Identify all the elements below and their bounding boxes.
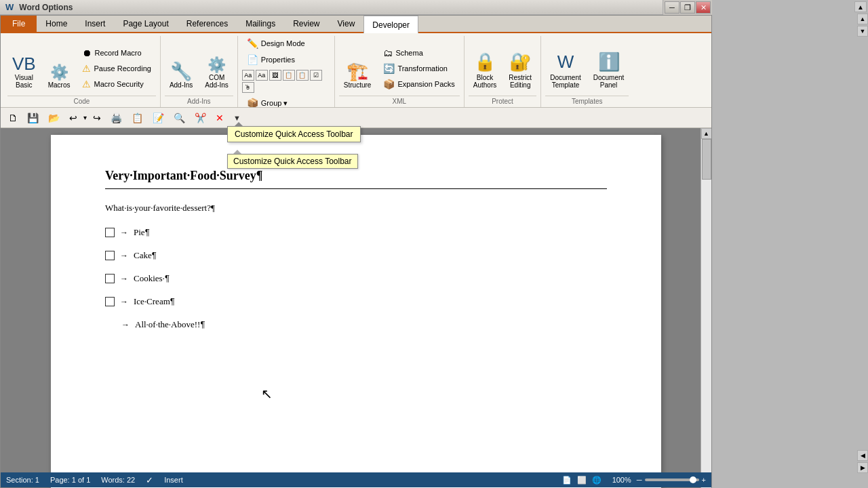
document-panel-icon: ℹ️ [598, 52, 620, 73]
qa-cut-button[interactable]: ✂️ [191, 110, 210, 125]
qa-research-button[interactable]: 📝 [149, 110, 167, 125]
dialog-title: Word Options [19, 3, 73, 12]
tooltip-box: Customize Quick Access Toolbar [227, 154, 358, 169]
macro-security-button[interactable]: ⚠ Macro Security [77, 77, 155, 92]
zoom-minus[interactable]: ─ [637, 476, 642, 484]
tab-page-layout[interactable]: Page Layout [114, 16, 177, 32]
templates-group-label: Templates [545, 96, 629, 107]
tab-review[interactable]: Review [284, 16, 328, 32]
list-item: → Cake¶ [105, 250, 607, 261]
outer-hscroll-left[interactable]: ◀ [857, 450, 868, 461]
tab-references[interactable]: References [178, 16, 237, 32]
tab-view[interactable]: View [329, 16, 364, 32]
control-btn-6[interactable]: ☑ [310, 70, 322, 81]
structure-icon: 🏗️ [347, 62, 368, 80]
document-page[interactable]: Very·Important·Food·Survey¶ What·is·your… [51, 135, 661, 488]
control-btn-2[interactable]: Aa [256, 70, 268, 81]
tab-mailings[interactable]: Mailings [237, 16, 284, 32]
scroll-thumb[interactable] [702, 139, 711, 180]
document-template-button[interactable]: W DocumentTemplate [545, 49, 586, 92]
properties-button[interactable]: 📄 Properties [242, 52, 330, 67]
control-btn-4[interactable]: 📋 [283, 70, 295, 81]
view-web-layout[interactable]: 🌐 [592, 476, 601, 485]
view-print-layout[interactable]: 📄 [562, 476, 572, 485]
qa-bookmark-button[interactable]: 🔍 [170, 110, 189, 125]
design-mode-icon: ✏️ [247, 38, 258, 49]
main-window-controls: ─ ❐ ✕ [663, 0, 712, 15]
macros-icon: ⚙️ [50, 65, 68, 80]
zoom-slider[interactable] [645, 479, 699, 481]
macros-button[interactable]: ⚙️ Macros [43, 62, 75, 92]
schema-button[interactable]: 🗂 Schema [378, 45, 459, 60]
com-addins-icon: ⚙️ [208, 58, 226, 73]
status-section: Section: 1 [6, 476, 39, 484]
checkbox-cookies[interactable] [105, 274, 115, 283]
tab-developer[interactable]: Developer [363, 16, 418, 33]
qa-redo-button[interactable]: ↪ [90, 110, 104, 125]
qa-open-button[interactable]: 📂 [45, 110, 63, 125]
expansion-packs-icon: 📦 [383, 79, 395, 89]
restrict-editing-button[interactable]: 🔐 RestrictEditing [504, 49, 536, 92]
pause-recording-icon: ⚠ [82, 63, 91, 74]
qa-undo-dropdown[interactable]: ▾ [83, 114, 87, 121]
qa-new-button[interactable]: 🗋 [5, 110, 21, 125]
checkbox-icecream[interactable] [105, 297, 115, 306]
outer-scroll-down[interactable]: ▼ [857, 26, 868, 37]
ribbon-tabs: File Home Insert Page Layout References … [1, 16, 711, 33]
scroll-up-button[interactable]: ▲ [701, 128, 712, 139]
tab-home[interactable]: Home [37, 16, 76, 32]
expansion-packs-button[interactable]: 📦 Expansion Packs [378, 77, 459, 92]
qa-spell-button[interactable]: 📋 [128, 110, 146, 125]
record-macro-button[interactable]: ⏺ Record Macro [77, 45, 155, 60]
transformation-button[interactable]: 🔄 Transformation [378, 61, 459, 76]
document-template-icon: W [557, 52, 574, 73]
qa-print-button[interactable]: 🖨️ [107, 110, 125, 125]
zoom-plus[interactable]: + [702, 476, 706, 484]
close-button[interactable]: ✕ [696, 1, 711, 14]
addins-button[interactable]: 🔧 Add-Ins [165, 60, 197, 92]
addins-icon: 🔧 [170, 62, 192, 80]
right-side-panel: ▲ ▲ ▼ ◀ ▶ [712, 0, 868, 488]
outer-scroll-up[interactable]: ▲ [857, 14, 868, 24]
control-btn-3[interactable]: 🖼 [269, 70, 281, 81]
document-panel-button[interactable]: ℹ️ DocumentPanel [589, 49, 629, 92]
com-addins-button[interactable]: ⚙️ COMAdd-Ins [200, 55, 233, 92]
properties-icon: 📄 [247, 54, 258, 65]
control-btn-7[interactable]: 🖱 [242, 82, 254, 93]
list-item: → Cookies·¶ [105, 273, 607, 284]
visual-basic-button[interactable]: VB VisualBasic [7, 52, 41, 92]
checkbox-pie[interactable] [105, 228, 115, 237]
qa-save-button[interactable]: 💾 [24, 110, 42, 125]
tab-file[interactable]: File [1, 16, 37, 32]
block-authors-icon: 🔒 [474, 52, 496, 73]
outer-hscroll-right[interactable]: ▶ [857, 462, 868, 473]
macro-security-icon: ⚠ [82, 79, 91, 89]
vertical-scrollbar[interactable]: ▲ ▼ [701, 128, 711, 488]
ribbon-group-code: VB VisualBasic ⚙️ Macros ⏺ Record Macro [3, 36, 161, 107]
structure-button[interactable]: 🏗️ Structure [339, 60, 376, 92]
group-button[interactable]: 📦 Group ▾ [242, 96, 330, 108]
document-question: What·is·your·favorite·dessert?¶ [105, 203, 607, 214]
item-all: All·of·the·Above!!¶ [135, 319, 205, 330]
tab-insert[interactable]: Insert [76, 16, 114, 32]
block-authors-button[interactable]: 🔒 BlockAuthors [469, 49, 501, 92]
qa-delete-button[interactable]: ✕ [212, 110, 227, 125]
status-insert[interactable]: Insert [164, 476, 183, 484]
control-btn-1[interactable]: Aa [242, 70, 254, 81]
list-item: → Ice·Cream¶ [105, 296, 607, 307]
restore-button[interactable]: ❐ [680, 1, 695, 14]
arrow-icon-1: → [120, 228, 128, 238]
control-btn-5[interactable]: 📋 [296, 70, 309, 81]
outer-scrollbar: ▲ ▼ [857, 14, 868, 37]
checkbox-cake[interactable] [105, 251, 115, 260]
zoom-bar[interactable]: ─ + [637, 476, 706, 484]
status-page: Page: 1 of 1 [50, 476, 90, 484]
mouse-cursor: ↖ [261, 386, 273, 402]
qa-undo-button[interactable]: ↩ [66, 110, 81, 125]
restore-down-button[interactable]: ▲ [854, 1, 867, 12]
pause-recording-button[interactable]: ⚠ Pause Recording [77, 61, 155, 76]
minimize-button[interactable]: ─ [665, 1, 679, 14]
design-mode-button[interactable]: ✏️ Design Mode [242, 36, 330, 51]
dialog-title-bar: W Word Options ? ✕ [0, 0, 712, 15]
view-full-screen[interactable]: ⬜ [577, 476, 587, 485]
